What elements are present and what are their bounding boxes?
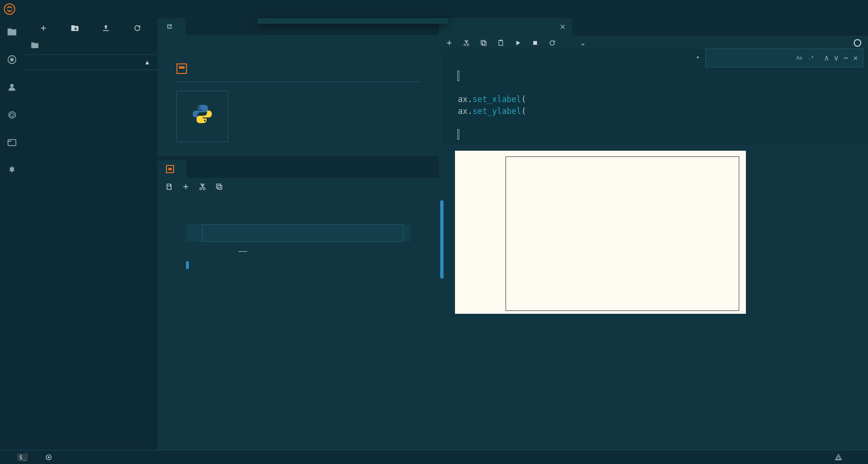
settings-icon[interactable] [7,110,17,120]
more-icon[interactable]: ⋯ [844,52,848,64]
help-menu [258,18,448,24]
cell-type-select[interactable]: ⌄ [566,39,586,47]
cut-icon[interactable] [463,39,470,47]
find-widget: ▸ Aa .* ∧ ∨ ⋯ ✕ [705,49,863,67]
svg-rect-5 [482,41,486,45]
tab-launcher[interactable] [157,18,186,35]
target-icon[interactable] [7,54,17,65]
status-bar: $_ [0,450,868,464]
new-launcher-icon[interactable] [39,24,48,32]
python-logo-icon [192,103,213,124]
new-folder-icon[interactable] [71,24,79,32]
code-editor[interactable]: ▸ Aa .* ∧ ∨ ⋯ ✕ ax.set_xlabel( ax.set_yl… [439,51,868,145]
menubar [0,0,868,18]
kernel-status-icon[interactable] [854,39,861,47]
terminal-icon[interactable]: $_ [17,454,28,461]
next-match-icon[interactable]: ∨ [834,52,838,64]
chart-output [455,151,746,314]
launcher-body [157,35,439,156]
case-sensitive-icon[interactable]: Aa [796,54,803,61]
notification-icon[interactable] [835,454,842,461]
svg-rect-7 [499,41,503,46]
extensions-icon[interactable] [7,165,17,175]
regex-icon[interactable]: .* [808,54,815,61]
folder-icon [31,41,39,50]
launcher-card-python3[interactable] [176,91,228,142]
cut-icon[interactable] [198,183,207,191]
find-input[interactable] [711,53,792,63]
svg-rect-9 [533,41,537,45]
launch-icon [166,23,173,30]
close-icon[interactable]: ✕ [853,52,858,64]
notebook-toolbar-select [157,178,439,196]
code-cell[interactable] [186,224,410,242]
svg-rect-4 [217,184,221,188]
svg-rect-8 [500,40,502,41]
markdown-cell[interactable] [186,261,410,269]
folder-icon[interactable] [7,27,17,37]
svg-point-1 [10,58,13,61]
chart-plot-area [506,157,739,310]
file-list [24,70,157,450]
activity-bar [0,18,24,450]
expand-icon[interactable]: ▸ [696,52,700,62]
close-icon[interactable]: ✕ [559,22,566,31]
restart-icon[interactable] [548,39,556,47]
tab-select-ipynb[interactable] [157,160,186,178]
svg-text:Aa: Aa [796,55,802,61]
sort-arrow-icon: ▲ [144,59,150,66]
breadcrumb[interactable] [24,38,157,54]
tab-first-ipynb[interactable]: ✕ [439,18,572,36]
svg-rect-2 [8,140,16,146]
notebook-icon [176,63,187,74]
svg-point-13 [48,456,50,458]
kernel-sessions-icon[interactable] [45,454,52,461]
save-icon[interactable] [165,183,173,191]
prev-match-icon[interactable]: ∧ [824,52,829,64]
scroll-indicator[interactable] [440,200,444,278]
stop-icon[interactable] [531,39,539,47]
refresh-icon[interactable] [133,24,142,32]
add-cell-icon[interactable] [445,39,453,47]
upload-icon[interactable] [102,24,110,32]
tabs-icon[interactable] [7,137,17,148]
latex-fraction [238,251,410,252]
jupyter-logo-icon [4,3,15,15]
svg-rect-3 [218,186,222,190]
file-browser: ▲ [24,18,157,450]
columns-header[interactable]: ▲ [24,54,157,70]
copy-icon[interactable] [215,183,223,191]
users-icon[interactable] [7,82,17,93]
paste-icon[interactable] [497,39,505,47]
copy-icon[interactable] [480,39,487,47]
add-cell-icon[interactable] [182,183,190,191]
svg-rect-6 [481,41,485,44]
svg-text:.*: .* [808,55,814,61]
chevron-down-icon: ⌄ [580,39,586,47]
run-icon[interactable] [514,39,522,47]
select-body [157,196,439,283]
notebook-icon [166,165,174,173]
code-input[interactable] [202,224,403,242]
